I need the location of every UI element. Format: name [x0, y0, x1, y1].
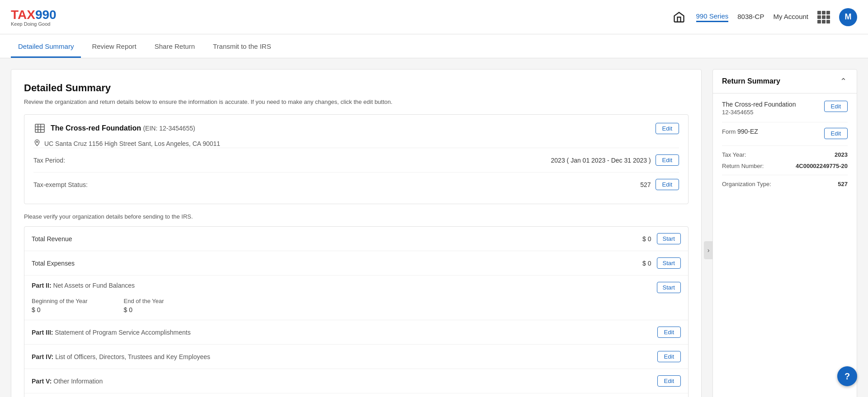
net-assets-row: Part II: Net Assets or Fund Balances Sta…	[24, 276, 688, 320]
net-assets-header: Part II: Net Assets or Fund Balances Sta…	[32, 282, 681, 293]
sidebar-divider-1	[722, 122, 848, 122]
verify-text: Please verify your organization details …	[24, 213, 689, 220]
logo[interactable]: TAX990	[11, 8, 57, 22]
part-iii-edit-button[interactable]: Edit	[657, 327, 681, 338]
sidebar-divider-3	[722, 175, 848, 175]
logo-area: TAX990 Keep Doing Good	[11, 8, 57, 27]
sidebar-org-type-value: 527	[838, 181, 848, 187]
nav-990-series[interactable]: 990 Series	[696, 12, 729, 22]
sidebar-form-edit-button[interactable]: Edit	[824, 128, 848, 139]
grid-apps-icon[interactable]	[817, 11, 830, 23]
org-name: The Cross-red Foundation (EIN: 12-345465…	[51, 124, 195, 132]
sidebar-org-info: The Cross-red Foundation 12-3454655	[722, 101, 796, 116]
org-card: The Cross-red Foundation (EIN: 12-345465…	[24, 114, 689, 204]
org-address-row: UC Santa Cruz 1156 High Street Sant, Los…	[33, 139, 679, 148]
location-icon	[33, 139, 41, 148]
net-beginning-col: Beginning of the Year $ 0	[32, 298, 88, 313]
part-v-row: Part V: Other Information Edit	[24, 369, 688, 393]
sidebar: › Return Summary ⌃ The Cross-red Foundat…	[712, 69, 857, 397]
sidebar-content: The Cross-red Foundation 12-3454655 Edit…	[713, 93, 857, 199]
sidebar-return-number-row: Return Number: 4C00002249775-20	[722, 163, 848, 169]
tax-exempt-value-edit: 527 Edit	[640, 179, 679, 190]
tab-review-report[interactable]: Review Report	[85, 34, 143, 58]
org-address: UC Santa Cruz 1156 High Street Sant, Los…	[44, 140, 220, 147]
net-assets-label: Part II: Net Assets or Fund Balances	[32, 282, 135, 289]
sidebar-org-type-row: Organization Type: 527	[722, 181, 848, 187]
total-expenses-value: $ 0	[642, 260, 651, 267]
logo-tax: TAX	[11, 8, 35, 22]
net-assets-start-button[interactable]: Start	[657, 282, 681, 293]
main-container: Detailed Summary Review the organization…	[0, 58, 868, 397]
sidebar-org-type-label: Organization Type:	[722, 181, 771, 187]
total-revenue-start-button[interactable]: Start	[657, 233, 681, 244]
tax-period-value: 2023 ( Jan 01 2023 - Dec 31 2023 )	[551, 157, 651, 164]
part-iv-edit-button[interactable]: Edit	[657, 351, 681, 362]
sidebar-org-name: The Cross-red Foundation	[722, 101, 796, 108]
tab-detailed-summary[interactable]: Detailed Summary	[11, 34, 81, 58]
avatar[interactable]: M	[839, 8, 857, 26]
nav-my-account[interactable]: My Account	[773, 13, 808, 21]
nav-8038cp[interactable]: 8038-CP	[737, 13, 764, 21]
part-v-edit-button[interactable]: Edit	[657, 375, 681, 387]
tax-period-row: Tax Period: 2023 ( Jan 01 2023 - Dec 31 …	[33, 148, 679, 172]
part-iii-row: Part III: Statement of Program Service A…	[24, 320, 688, 345]
collapse-sidebar-button[interactable]: ›	[704, 241, 713, 259]
part-iii-label: Part III: Statement of Program Service A…	[32, 329, 191, 336]
svg-point-5	[36, 141, 38, 142]
page-title: Detailed Summary	[24, 82, 689, 94]
total-revenue-label: Total Revenue	[32, 235, 72, 243]
tax-exempt-row: Tax-exempt Status: 527 Edit	[33, 172, 679, 196]
logo-990: 990	[35, 8, 57, 22]
header-right: 990 Series 8038-CP My Account M	[671, 8, 857, 26]
sidebar-form-row: Form 990-EZ Edit	[722, 128, 848, 139]
org-edit-button[interactable]: Edit	[656, 123, 679, 134]
sidebar-tax-year-row: Tax Year: 2023	[722, 151, 848, 158]
tab-bar: Detailed Summary Review Report Share Ret…	[0, 34, 868, 58]
part-v-label: Part V: Other Information	[32, 378, 103, 385]
net-end-label: End of the Year	[124, 298, 164, 304]
sidebar-tax-year-label: Tax Year:	[722, 151, 746, 158]
tax-exempt-value: 527	[640, 181, 651, 188]
tab-transmit-irs[interactable]: Transmit to the IRS	[206, 34, 278, 58]
org-ein: (EIN: 12-3454655)	[143, 125, 195, 132]
sidebar-collapse-icon[interactable]: ⌃	[839, 77, 848, 86]
tax-exempt-label: Tax-exempt Status:	[33, 181, 88, 188]
home-icon[interactable]	[671, 9, 687, 25]
total-revenue-value: $ 0	[642, 235, 651, 243]
sidebar-org-edit-button[interactable]: Edit	[824, 101, 848, 112]
net-beginning-label: Beginning of the Year	[32, 298, 88, 304]
tax-period-value-edit: 2023 ( Jan 01 2023 - Dec 31 2023 ) Edit	[551, 154, 679, 166]
total-expenses-label: Total Expenses	[32, 260, 75, 267]
sidebar-title: Return Summary	[722, 77, 780, 85]
sidebar-form-info: Form 990-EZ	[722, 128, 758, 135]
org-header: The Cross-red Foundation (EIN: 12-345465…	[33, 122, 679, 135]
total-revenue-right: $ 0 Start	[642, 233, 681, 244]
sidebar-form-label: Form	[722, 128, 737, 135]
logo-tagline: Keep Doing Good	[11, 21, 57, 27]
sidebar-return-number-value: 4C00002249775-20	[796, 163, 848, 169]
tab-share-return[interactable]: Share Return	[147, 34, 202, 58]
content-description: Review the organization and return detai…	[24, 98, 689, 105]
tax-exempt-edit-button[interactable]: Edit	[656, 179, 679, 190]
sidebar-header: Return Summary ⌃	[713, 70, 857, 93]
part-iv-label: Part IV: List of Officers, Directors, Tr…	[32, 353, 210, 360]
content-area: Detailed Summary Review the organization…	[11, 69, 702, 397]
net-end-value: $ 0	[124, 306, 164, 313]
net-assets-cols: Beginning of the Year $ 0 End of the Yea…	[32, 298, 681, 313]
tax-period-edit-button[interactable]: Edit	[656, 154, 679, 166]
net-end-col: End of the Year $ 0	[124, 298, 164, 313]
org-building-icon	[33, 122, 46, 135]
total-revenue-row: Total Revenue $ 0 Start	[24, 227, 688, 251]
schedule-b-row: Schedule B Start	[24, 393, 688, 397]
tax-period-label: Tax Period:	[33, 157, 65, 164]
svg-rect-0	[35, 124, 44, 132]
verify-table: Total Revenue $ 0 Start Total Expenses $…	[24, 226, 689, 397]
total-expenses-right: $ 0 Start	[642, 257, 681, 269]
total-expenses-start-button[interactable]: Start	[657, 257, 681, 269]
sidebar-form-value: 990-EZ	[737, 128, 758, 135]
help-button[interactable]: ?	[837, 366, 857, 386]
part-iv-row: Part IV: List of Officers, Directors, Tr…	[24, 345, 688, 369]
total-expenses-row: Total Expenses $ 0 Start	[24, 251, 688, 276]
net-beginning-value: $ 0	[32, 306, 88, 313]
org-name-row: The Cross-red Foundation (EIN: 12-345465…	[33, 122, 195, 135]
